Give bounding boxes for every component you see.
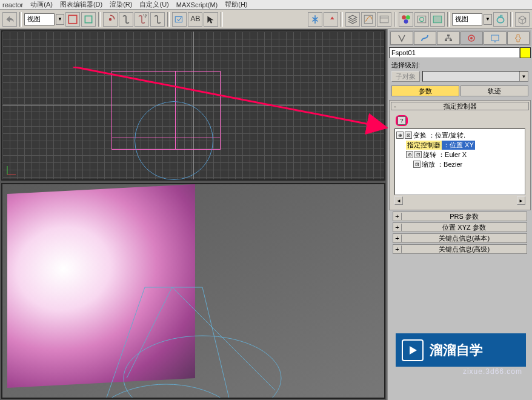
- tool-btn-2[interactable]: [81, 12, 96, 27]
- trajectories-tab[interactable]: 轨迹: [461, 85, 528, 96]
- curve-editor-button[interactable]: [361, 12, 376, 27]
- object-name-input[interactable]: [389, 47, 520, 58]
- svg-text:%: %: [143, 14, 147, 20]
- tree-scale-label[interactable]: 缩放 ：Bezier: [422, 160, 462, 169]
- schematic-button[interactable]: [377, 12, 391, 27]
- named-sel-button[interactable]: [172, 12, 187, 27]
- watermark: 溜溜自学: [396, 333, 526, 367]
- hierarchy-tab[interactable]: [437, 32, 460, 45]
- key-info-basic-rollout[interactable]: +关键点信息(基本): [393, 233, 527, 243]
- svg-point-33: [470, 37, 473, 39]
- watermark-url: zixue.3d66.com: [463, 367, 522, 376]
- svg-rect-0: [68, 15, 77, 24]
- viewport-area: [0, 29, 387, 400]
- menu-bar: reactor 动画(A) 图表编辑器(D) 渲染(R) 自定义(U) MAXS…: [0, 0, 532, 10]
- svg-line-20: [90, 287, 145, 399]
- menu-reactor[interactable]: reactor: [2, 1, 23, 8]
- svg-rect-25: [447, 35, 450, 36]
- selection-level-label: 选择级别:: [391, 61, 528, 70]
- svg-rect-7: [380, 16, 388, 22]
- snap-angle-button[interactable]: [103, 12, 118, 27]
- snap-toggle-button[interactable]: [119, 12, 133, 27]
- svg-point-11: [404, 19, 408, 24]
- svg-point-13: [420, 17, 424, 21]
- quick-render-button[interactable]: [493, 12, 508, 27]
- svg-text:ABC: ABC: [190, 15, 201, 23]
- parameters-tab[interactable]: 参数: [391, 85, 459, 96]
- controller-tree[interactable]: ⊕⊡ 变换 ：位置/旋转. 指定控制器 ：位置 XY ⊕⊡ 旋转 ：Euler …: [394, 128, 525, 195]
- svg-rect-6: [364, 15, 373, 24]
- axis-tripod-icon: [6, 164, 18, 176]
- menu-graph-editor[interactable]: 图表编辑器(D): [60, 0, 102, 9]
- svg-point-10: [406, 15, 410, 19]
- dropdown-arrow-icon-2[interactable]: ▼: [484, 14, 492, 25]
- material-editor-button[interactable]: [399, 12, 413, 27]
- menu-customize[interactable]: 自定义(U): [139, 0, 168, 9]
- display-tab[interactable]: [484, 32, 507, 45]
- svg-rect-14: [433, 16, 442, 22]
- sub-object-button[interactable]: 子对象: [391, 71, 420, 82]
- tool-btn-1[interactable]: [65, 12, 80, 27]
- sub-object-dropdown[interactable]: ▼: [422, 71, 528, 82]
- key-info-advanced-rollout[interactable]: +关键点信息(高级): [393, 244, 527, 254]
- snap-percent-button[interactable]: %: [135, 12, 149, 27]
- object-color-swatch[interactable]: [520, 47, 531, 58]
- tree-rotation-label[interactable]: 旋转 ：Euler X: [423, 150, 467, 159]
- tree-position-value[interactable]: ：位置 XY: [442, 141, 475, 150]
- svg-point-15: [497, 17, 504, 22]
- abc-button[interactable]: ABC: [188, 12, 202, 27]
- rollout-header[interactable]: - 指定控制器: [391, 102, 529, 110]
- svg-rect-1: [85, 16, 91, 22]
- svg-point-9: [402, 15, 406, 19]
- tree-scroll-left[interactable]: ◄: [394, 196, 403, 205]
- motion-tab[interactable]: [461, 32, 484, 45]
- perspective-viewport[interactable]: [1, 183, 385, 399]
- box-icon[interactable]: [515, 12, 530, 27]
- align-button[interactable]: [324, 12, 338, 27]
- tree-assign-label: 指定控制器: [406, 141, 442, 150]
- mirror-button[interactable]: [308, 12, 322, 27]
- spotlight-cone-wireframe: [81, 281, 305, 399]
- svg-point-18: [87, 384, 245, 399]
- menu-help[interactable]: 帮助(H): [225, 0, 247, 9]
- svg-line-21: [202, 287, 242, 399]
- menu-render[interactable]: 渲染(R): [110, 0, 132, 9]
- utilities-tab[interactable]: [507, 32, 530, 45]
- menu-animation[interactable]: 动画(A): [30, 0, 53, 9]
- watermark-text: 溜溜自学: [430, 341, 483, 359]
- snap-spinner-button[interactable]: [150, 12, 165, 27]
- viewport-dropdown-2[interactable]: 视图: [452, 13, 482, 25]
- svg-rect-34: [491, 35, 499, 41]
- top-viewport[interactable]: [1, 30, 385, 181]
- tree-scroll-right[interactable]: ►: [517, 196, 525, 205]
- undo-button[interactable]: [2, 12, 17, 27]
- svg-rect-26: [445, 39, 447, 41]
- render-frame-button[interactable]: [430, 12, 445, 27]
- render-setup-button[interactable]: [414, 12, 429, 27]
- tree-root-label: 变换 ：位置/旋转.: [413, 131, 465, 140]
- position-xyz-rollout[interactable]: +位置 XYZ 参数: [393, 222, 527, 232]
- assign-controller-rollout: - 指定控制器 ? ⊕⊡ 变换 ：位置/旋转. 指定控制器 ：位置 XY: [389, 100, 531, 210]
- light-cone-circle: [135, 101, 213, 180]
- main-toolbar: 视图 ▼ % ABC 视图 ▼: [0, 10, 532, 29]
- cursor-button[interactable]: [204, 12, 218, 27]
- prs-rollout[interactable]: +PRS 参数: [393, 212, 527, 221]
- modify-tab[interactable]: [414, 32, 437, 45]
- viewport-dropdown-1[interactable]: 视图: [24, 13, 55, 25]
- svg-line-23: [127, 287, 172, 378]
- svg-point-2: [109, 18, 112, 21]
- svg-rect-27: [450, 39, 452, 41]
- layers-button[interactable]: [345, 12, 360, 27]
- menu-maxscript[interactable]: MAXScript(M): [176, 1, 218, 8]
- play-icon: [402, 339, 424, 361]
- create-tab[interactable]: [390, 32, 413, 45]
- dropdown-arrow-icon[interactable]: ▼: [56, 14, 64, 25]
- svg-point-19: [124, 336, 281, 399]
- assign-controller-button[interactable]: ?: [396, 115, 408, 126]
